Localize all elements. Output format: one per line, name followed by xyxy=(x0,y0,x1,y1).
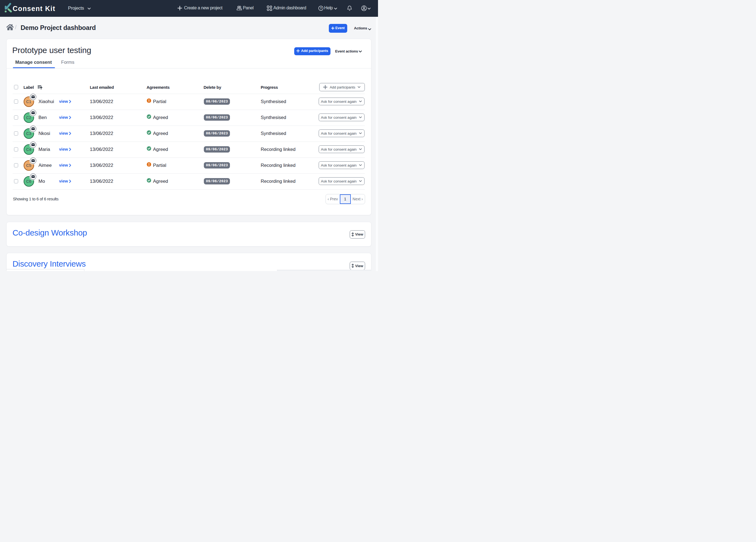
svg-text:?: ? xyxy=(320,7,322,10)
